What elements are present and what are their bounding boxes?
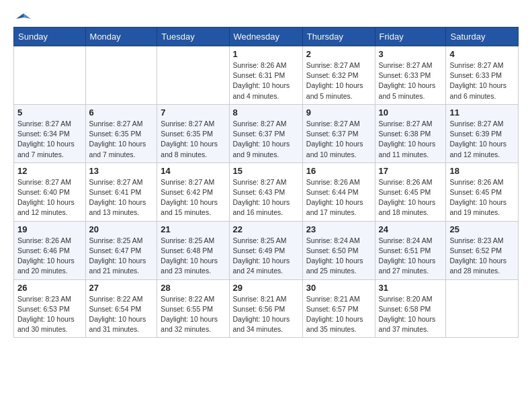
calendar-cell: 29Sunrise: 8:21 AMSunset: 6:56 PMDayligh… — [229, 279, 302, 338]
day-number: 21 — [161, 224, 225, 234]
calendar-cell: 20Sunrise: 8:25 AMSunset: 6:47 PMDayligh… — [85, 221, 157, 279]
calendar-cell: 9Sunrise: 8:27 AMSunset: 6:37 PMDaylight… — [302, 104, 375, 163]
day-info: Sunrise: 8:24 AMSunset: 6:50 PMDaylight:… — [306, 236, 371, 277]
calendar-cell: 22Sunrise: 8:25 AMSunset: 6:49 PMDayligh… — [229, 221, 302, 279]
day-info: Sunrise: 8:27 AMSunset: 6:43 PMDaylight:… — [233, 177, 299, 218]
week-row-4: 19Sunrise: 8:26 AMSunset: 6:46 PMDayligh… — [14, 221, 519, 279]
day-number: 13 — [89, 166, 154, 176]
calendar-cell — [14, 46, 86, 105]
calendar-cell: 8Sunrise: 8:27 AMSunset: 6:37 PMDaylight… — [229, 104, 302, 163]
header-thursday: Thursday — [302, 28, 375, 46]
day-number: 2 — [306, 49, 371, 59]
day-number: 4 — [449, 49, 515, 59]
day-number: 7 — [161, 107, 225, 118]
header-sunday: Sunday — [14, 28, 86, 46]
header — [13, 11, 519, 20]
day-number: 6 — [89, 107, 154, 118]
day-info: Sunrise: 8:26 AMSunset: 6:31 PMDaylight:… — [233, 60, 299, 101]
day-number: 14 — [161, 166, 225, 176]
day-info: Sunrise: 8:20 AMSunset: 6:58 PMDaylight:… — [379, 294, 443, 335]
calendar-cell: 24Sunrise: 8:24 AMSunset: 6:51 PMDayligh… — [375, 221, 446, 279]
day-number: 5 — [17, 107, 82, 118]
calendar-cell: 23Sunrise: 8:24 AMSunset: 6:50 PMDayligh… — [302, 221, 375, 279]
calendar-cell: 13Sunrise: 8:27 AMSunset: 6:41 PMDayligh… — [85, 163, 157, 221]
day-info: Sunrise: 8:27 AMSunset: 6:35 PMDaylight:… — [89, 119, 154, 160]
calendar: Sunday Monday Tuesday Wednesday Thursday… — [13, 27, 519, 338]
day-info: Sunrise: 8:27 AMSunset: 6:32 PMDaylight:… — [306, 60, 371, 101]
day-info: Sunrise: 8:27 AMSunset: 6:39 PMDaylight:… — [449, 119, 515, 160]
calendar-cell: 2Sunrise: 8:27 AMSunset: 6:32 PMDaylight… — [302, 46, 375, 105]
day-info: Sunrise: 8:23 AMSunset: 6:52 PMDaylight:… — [449, 236, 515, 277]
day-info: Sunrise: 8:27 AMSunset: 6:42 PMDaylight:… — [161, 177, 225, 218]
day-number: 17 — [379, 166, 443, 176]
day-info: Sunrise: 8:24 AMSunset: 6:51 PMDaylight:… — [379, 236, 443, 277]
week-row-2: 5Sunrise: 8:27 AMSunset: 6:34 PMDaylight… — [14, 104, 519, 163]
day-info: Sunrise: 8:26 AMSunset: 6:45 PMDaylight:… — [379, 177, 443, 218]
header-wednesday: Wednesday — [229, 28, 302, 46]
day-info: Sunrise: 8:23 AMSunset: 6:53 PMDaylight:… — [17, 294, 82, 335]
day-number: 3 — [379, 49, 443, 59]
logo-bird-icon — [16, 12, 31, 23]
day-number: 18 — [449, 166, 515, 176]
day-number: 20 — [89, 224, 154, 234]
calendar-cell: 10Sunrise: 8:27 AMSunset: 6:38 PMDayligh… — [375, 104, 446, 163]
day-info: Sunrise: 8:26 AMSunset: 6:45 PMDaylight:… — [449, 177, 515, 218]
header-saturday: Saturday — [446, 28, 519, 46]
calendar-cell: 15Sunrise: 8:27 AMSunset: 6:43 PMDayligh… — [229, 163, 302, 221]
header-friday: Friday — [375, 28, 446, 46]
header-monday: Monday — [85, 28, 157, 46]
day-number: 30 — [306, 283, 371, 293]
day-info: Sunrise: 8:27 AMSunset: 6:40 PMDaylight:… — [17, 177, 82, 218]
day-info: Sunrise: 8:22 AMSunset: 6:54 PMDaylight:… — [89, 294, 154, 335]
calendar-cell: 5Sunrise: 8:27 AMSunset: 6:34 PMDaylight… — [14, 104, 86, 163]
day-number: 27 — [89, 283, 154, 293]
page: Sunday Monday Tuesday Wednesday Thursday… — [0, 0, 532, 411]
day-number: 1 — [233, 49, 299, 59]
logo — [13, 11, 31, 20]
calendar-cell: 11Sunrise: 8:27 AMSunset: 6:39 PMDayligh… — [446, 104, 519, 163]
day-info: Sunrise: 8:27 AMSunset: 6:34 PMDaylight:… — [17, 119, 82, 160]
day-info: Sunrise: 8:27 AMSunset: 6:37 PMDaylight:… — [306, 119, 371, 160]
day-number: 29 — [233, 283, 299, 293]
calendar-cell: 30Sunrise: 8:21 AMSunset: 6:57 PMDayligh… — [302, 279, 375, 338]
day-info: Sunrise: 8:26 AMSunset: 6:44 PMDaylight:… — [306, 177, 371, 218]
calendar-cell: 4Sunrise: 8:27 AMSunset: 6:33 PMDaylight… — [446, 46, 519, 105]
day-number: 28 — [161, 283, 225, 293]
day-number: 22 — [233, 224, 299, 234]
calendar-cell: 25Sunrise: 8:23 AMSunset: 6:52 PMDayligh… — [446, 221, 519, 279]
svg-marker-1 — [16, 13, 24, 19]
calendar-cell: 1Sunrise: 8:26 AMSunset: 6:31 PMDaylight… — [229, 46, 302, 105]
day-number: 9 — [306, 107, 371, 118]
calendar-cell — [85, 46, 157, 105]
calendar-cell: 7Sunrise: 8:27 AMSunset: 6:35 PMDaylight… — [157, 104, 229, 163]
day-number: 8 — [233, 107, 299, 118]
calendar-cell: 27Sunrise: 8:22 AMSunset: 6:54 PMDayligh… — [85, 279, 157, 338]
day-info: Sunrise: 8:27 AMSunset: 6:35 PMDaylight:… — [161, 119, 225, 160]
day-number: 15 — [233, 166, 299, 176]
calendar-cell: 21Sunrise: 8:25 AMSunset: 6:48 PMDayligh… — [157, 221, 229, 279]
day-number: 16 — [306, 166, 371, 176]
day-info: Sunrise: 8:27 AMSunset: 6:38 PMDaylight:… — [379, 119, 443, 160]
svg-marker-0 — [24, 13, 31, 19]
weekday-header-row: Sunday Monday Tuesday Wednesday Thursday… — [14, 28, 519, 46]
calendar-cell: 14Sunrise: 8:27 AMSunset: 6:42 PMDayligh… — [157, 163, 229, 221]
calendar-cell: 18Sunrise: 8:26 AMSunset: 6:45 PMDayligh… — [446, 163, 519, 221]
calendar-cell: 19Sunrise: 8:26 AMSunset: 6:46 PMDayligh… — [14, 221, 86, 279]
calendar-cell — [157, 46, 229, 105]
day-info: Sunrise: 8:27 AMSunset: 6:33 PMDaylight:… — [379, 60, 443, 101]
day-info: Sunrise: 8:27 AMSunset: 6:41 PMDaylight:… — [89, 177, 154, 218]
day-number: 19 — [17, 224, 82, 234]
calendar-cell: 16Sunrise: 8:26 AMSunset: 6:44 PMDayligh… — [302, 163, 375, 221]
calendar-cell: 6Sunrise: 8:27 AMSunset: 6:35 PMDaylight… — [85, 104, 157, 163]
day-number: 23 — [306, 224, 371, 234]
day-info: Sunrise: 8:22 AMSunset: 6:55 PMDaylight:… — [161, 294, 225, 335]
day-number: 25 — [449, 224, 515, 234]
day-number: 24 — [379, 224, 443, 234]
calendar-cell: 17Sunrise: 8:26 AMSunset: 6:45 PMDayligh… — [375, 163, 446, 221]
day-info: Sunrise: 8:25 AMSunset: 6:48 PMDaylight:… — [161, 236, 225, 277]
day-number: 12 — [17, 166, 82, 176]
week-row-1: 1Sunrise: 8:26 AMSunset: 6:31 PMDaylight… — [14, 46, 519, 105]
week-row-5: 26Sunrise: 8:23 AMSunset: 6:53 PMDayligh… — [14, 279, 519, 338]
calendar-cell — [446, 279, 519, 338]
calendar-cell: 26Sunrise: 8:23 AMSunset: 6:53 PMDayligh… — [14, 279, 86, 338]
